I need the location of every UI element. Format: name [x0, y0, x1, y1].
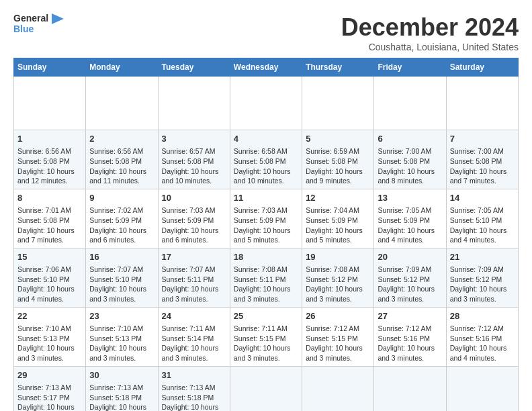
calendar-cell	[86, 77, 158, 130]
calendar-cell	[446, 366, 518, 411]
day-info: Sunrise: 7:13 AM	[162, 383, 226, 393]
day-info: Daylight: 10 hours	[162, 284, 226, 294]
day-info: and 9 minutes.	[306, 176, 370, 186]
day-info: Sunrise: 7:12 AM	[450, 324, 515, 334]
day-info: Sunset: 5:18 PM	[162, 393, 226, 403]
weekday-header: Tuesday	[158, 58, 230, 77]
day-info: Sunset: 5:08 PM	[162, 156, 226, 167]
logo-text: General Blue	[13, 13, 64, 35]
day-info: Sunrise: 7:00 AM	[378, 146, 442, 156]
day-number: 24	[162, 310, 226, 322]
day-info: and 4 minutes.	[450, 353, 515, 363]
day-info: and 3 minutes.	[162, 294, 226, 304]
calendar-cell: 4Sunrise: 6:58 AMSunset: 5:08 PMDaylight…	[230, 130, 302, 189]
day-info: Sunrise: 7:07 AM	[89, 265, 154, 275]
calendar-cell: 10Sunrise: 7:03 AMSunset: 5:09 PMDayligh…	[158, 189, 230, 248]
day-info: Daylight: 10 hours	[89, 226, 154, 236]
day-number: 25	[234, 310, 298, 322]
calendar-cell: 18Sunrise: 7:08 AMSunset: 5:11 PMDayligh…	[230, 248, 302, 307]
day-number: 20	[378, 251, 442, 263]
calendar-cell: 3Sunrise: 6:57 AMSunset: 5:08 PMDaylight…	[158, 130, 230, 189]
day-info: and 11 minutes.	[89, 176, 154, 186]
day-info: Sunset: 5:13 PM	[89, 334, 154, 344]
calendar-cell: 15Sunrise: 7:06 AMSunset: 5:10 PMDayligh…	[14, 248, 86, 307]
day-number: 1	[17, 133, 82, 145]
calendar-cell: 6Sunrise: 7:00 AMSunset: 5:08 PMDaylight…	[374, 130, 446, 189]
day-info: and 7 minutes.	[17, 235, 82, 245]
calendar-week-row: 29Sunrise: 7:13 AMSunset: 5:17 PMDayligh…	[14, 366, 519, 411]
day-number: 17	[162, 251, 226, 263]
day-number: 30	[89, 369, 154, 381]
day-info: Sunrise: 7:05 AM	[450, 205, 515, 216]
day-info: Sunrise: 6:56 AM	[17, 146, 82, 156]
day-info: Sunrise: 7:01 AM	[17, 205, 82, 216]
day-number: 22	[17, 310, 82, 322]
day-info: Sunrise: 7:09 AM	[378, 265, 442, 275]
day-info: Sunset: 5:10 PM	[17, 275, 82, 285]
weekday-header: Saturday	[446, 58, 518, 77]
day-info: Sunset: 5:09 PM	[89, 216, 154, 226]
day-number: 14	[450, 192, 515, 204]
day-number: 28	[450, 310, 515, 322]
day-info: Daylight: 10 hours	[450, 343, 515, 353]
day-info: Sunset: 5:12 PM	[306, 275, 370, 285]
day-info: Sunset: 5:16 PM	[378, 334, 442, 344]
calendar-cell: 29Sunrise: 7:13 AMSunset: 5:17 PMDayligh…	[14, 366, 86, 411]
day-info: Sunset: 5:08 PM	[450, 156, 515, 167]
day-info: Daylight: 10 hours	[306, 226, 370, 236]
day-info: and 3 minutes.	[89, 353, 154, 363]
day-number: 15	[17, 251, 82, 263]
day-info: Sunset: 5:17 PM	[17, 393, 82, 403]
day-info: Sunset: 5:12 PM	[378, 275, 442, 285]
day-number: 11	[234, 192, 298, 204]
day-info: Sunset: 5:09 PM	[162, 216, 226, 226]
day-info: and 5 minutes.	[234, 235, 298, 245]
calendar-cell: 13Sunrise: 7:05 AMSunset: 5:09 PMDayligh…	[374, 189, 446, 248]
day-info: Sunrise: 7:09 AM	[450, 265, 515, 275]
day-info: Daylight: 10 hours	[378, 226, 442, 236]
day-info: Sunset: 5:18 PM	[89, 393, 154, 403]
day-info: and 4 minutes.	[17, 294, 82, 304]
day-number: 26	[306, 310, 370, 322]
day-info: Daylight: 10 hours	[306, 167, 370, 177]
title-block: December 2024 Coushatta, Louisiana, Unit…	[341, 13, 519, 52]
day-number: 12	[306, 192, 370, 204]
weekday-header: Friday	[374, 58, 446, 77]
calendar-cell	[446, 77, 518, 130]
day-info: and 3 minutes.	[17, 353, 82, 363]
day-info: Daylight: 10 hours	[162, 226, 226, 236]
calendar-week-row: 22Sunrise: 7:10 AMSunset: 5:13 PMDayligh…	[14, 307, 519, 366]
day-info: Sunrise: 7:08 AM	[234, 265, 298, 275]
day-number: 19	[306, 251, 370, 263]
day-info: Daylight: 10 hours	[234, 226, 298, 236]
day-info: Sunset: 5:08 PM	[89, 156, 154, 167]
day-info: Daylight: 10 hours	[378, 343, 442, 353]
day-info: and 3 minutes.	[378, 294, 442, 304]
calendar-week-row: 8Sunrise: 7:01 AMSunset: 5:08 PMDaylight…	[14, 189, 519, 248]
svg-marker-0	[52, 13, 64, 24]
day-info: Sunrise: 7:10 AM	[17, 324, 82, 334]
calendar-cell: 27Sunrise: 7:12 AMSunset: 5:16 PMDayligh…	[374, 307, 446, 366]
day-number: 2	[89, 133, 154, 145]
day-info: and 3 minutes.	[234, 353, 298, 363]
calendar-cell: 9Sunrise: 7:02 AMSunset: 5:09 PMDaylight…	[86, 189, 158, 248]
day-number: 10	[162, 192, 226, 204]
header-row: SundayMondayTuesdayWednesdayThursdayFrid…	[14, 58, 519, 77]
day-number: 29	[17, 369, 82, 381]
calendar-cell	[374, 77, 446, 130]
day-info: and 3 minutes.	[162, 353, 226, 363]
day-info: Sunrise: 6:57 AM	[162, 146, 226, 156]
day-info: Daylight: 10 hours	[89, 284, 154, 294]
weekday-header: Monday	[86, 58, 158, 77]
day-info: Sunrise: 7:05 AM	[378, 205, 442, 216]
day-number: 3	[162, 133, 226, 145]
day-number: 13	[378, 192, 442, 204]
day-info: Daylight: 10 hours	[89, 167, 154, 177]
calendar-cell: 23Sunrise: 7:10 AMSunset: 5:13 PMDayligh…	[86, 307, 158, 366]
day-info: Sunset: 5:09 PM	[306, 216, 370, 226]
calendar-cell: 7Sunrise: 7:00 AMSunset: 5:08 PMDaylight…	[446, 130, 518, 189]
day-info: Daylight: 10 hours	[17, 284, 82, 294]
calendar-cell	[14, 77, 86, 130]
day-number: 16	[89, 251, 154, 263]
calendar-week-row: 15Sunrise: 7:06 AMSunset: 5:10 PMDayligh…	[14, 248, 519, 307]
